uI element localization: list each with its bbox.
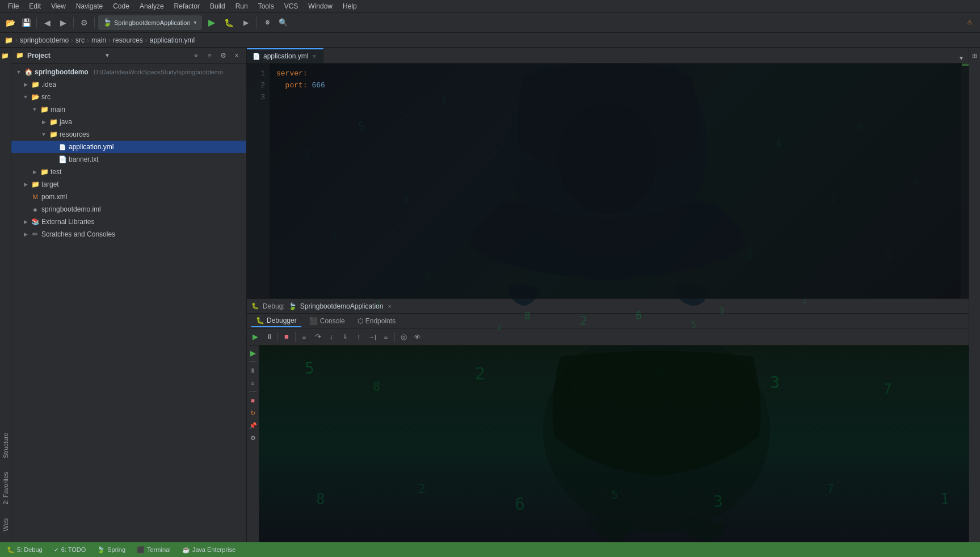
run-config-selector[interactable]: 🍃 SpringbootdemoApplication ▼ <box>98 15 202 30</box>
tree-item-java[interactable]: ▶ 📁 java <box>11 116 246 128</box>
sidebar-web-label[interactable]: Web <box>1 514 10 535</box>
menu-build[interactable]: Build <box>205 1 230 11</box>
search-everywhere-button[interactable]: 🔍 <box>276 16 290 29</box>
back-button[interactable]: ◀ <box>40 16 54 29</box>
forward-button[interactable]: ▶ <box>56 16 70 29</box>
debug-force-step-into-btn[interactable]: ⇓ <box>339 331 351 343</box>
menu-view[interactable]: View <box>47 1 70 11</box>
breadcrumb-src[interactable]: src <box>75 36 85 44</box>
menu-help[interactable]: Help <box>338 1 361 11</box>
right-sidebar-icon[interactable]: ⊞ <box>970 50 980 61</box>
coverage-button[interactable]: ▶ <box>238 15 253 30</box>
tree-item-ext-libs[interactable]: ▶ 📚 External Libraries <box>11 216 246 228</box>
sidebar-favorites-label[interactable]: 2: Favorites <box>1 467 10 509</box>
save-button[interactable]: 💾 <box>19 16 33 29</box>
menu-navigate[interactable]: Navigate <box>71 1 107 11</box>
tree-item-test[interactable]: ▶ 📁 test <box>11 166 246 178</box>
breadcrumb-sep-5: › <box>145 36 148 44</box>
sidebar-structure-label[interactable]: Structure <box>1 428 10 463</box>
menu-run[interactable]: Run <box>231 1 253 11</box>
debug-tab-debugger[interactable]: 🐛 Debugger <box>251 315 301 327</box>
menu-refactor[interactable]: Refactor <box>170 1 204 11</box>
tree-item-iml[interactable]: ▶ ◈ springbootdemo.iml <box>11 203 246 216</box>
tree-item-pom-xml[interactable]: ▶ M pom.xml <box>11 191 246 203</box>
tree-item-resources[interactable]: ▼ 📁 resources <box>11 128 246 141</box>
debug-side-rerun-btn[interactable]: ↻ <box>248 408 258 418</box>
tree-item-application-yml[interactable]: ▶ 📄 application.yml <box>11 141 246 153</box>
debug-side-pause-btn[interactable]: ⏸ <box>248 365 258 375</box>
debug-step-into-btn[interactable]: ↓ <box>325 331 338 343</box>
editor-recent-files[interactable]: ▼ <box>956 53 966 63</box>
tree-item-main[interactable]: ▼ 📁 main <box>11 103 246 116</box>
debug-side-pin-btn[interactable]: 📌 <box>248 420 258 431</box>
debug-side-resume-btn[interactable]: ▶ <box>248 348 258 358</box>
debug-run-to-cursor-btn[interactable]: →| <box>366 331 378 343</box>
menu-bar: File Edit View Navigate Code Analyze Ref… <box>0 0 980 12</box>
debug-session-header: 🐛 Debug: 🍃 SpringbootdemoApplication × <box>247 299 969 314</box>
code-editor-container: 1 2 3 server: port: 666 <box>247 64 969 298</box>
left-sidebar: 📁 Structure 2: Favorites Web <box>0 48 11 542</box>
menu-window[interactable]: Window <box>304 1 337 11</box>
tree-item-src[interactable]: ▼ 📂 src <box>11 91 246 103</box>
tree-item-scratches[interactable]: ▶ ✏ Scratches and Consoles <box>11 228 246 240</box>
debug-side-stop-btn[interactable]: ■ <box>248 395 258 406</box>
debug-frames-btn[interactable]: ≡ <box>298 331 310 343</box>
tree-item-banner-txt[interactable]: ▶ 📄 banner.txt <box>11 153 246 166</box>
status-terminal-icon: ⬛ <box>137 546 145 554</box>
notifications-button[interactable]: ⚠ <box>963 16 977 29</box>
gutter-indicator <box>962 64 969 66</box>
debug-side-settings-btn[interactable]: ⚙ <box>248 433 258 443</box>
status-todo[interactable]: ✓ 6: TODO <box>52 546 89 554</box>
debug-tab-endpoints[interactable]: ⬡ Endpoints <box>353 315 400 327</box>
debug-side-frames-btn[interactable]: ≡ <box>248 378 258 388</box>
project-scroll-to-source[interactable]: ⌖ <box>191 50 201 61</box>
tree-iml-icon: ◈ <box>31 205 40 214</box>
status-spring[interactable]: 🍃 Spring <box>95 546 128 554</box>
debug-step-over-btn[interactable]: ↷ <box>312 331 324 343</box>
menu-vcs[interactable]: VCS <box>280 1 303 11</box>
project-close[interactable]: × <box>232 50 242 61</box>
debug-resume-btn[interactable]: ▶ <box>249 331 262 343</box>
breadcrumb-project[interactable]: 📁 <box>5 36 13 44</box>
status-terminal[interactable]: ⬛ Terminal <box>134 546 173 554</box>
status-java-enterprise[interactable]: ☕ Java Enterprise <box>180 546 238 554</box>
status-debug[interactable]: 🐛 5: Debug <box>5 546 45 554</box>
menu-edit[interactable]: Edit <box>24 1 45 11</box>
code-content[interactable]: server: port: 666 <box>270 64 961 298</box>
debug-tab-console[interactable]: ⬛ Console <box>305 315 350 327</box>
debug-header: 🐛 Debugger ⬛ Console ⬡ Endpoints <box>247 314 969 328</box>
menu-analyze[interactable]: Analyze <box>135 1 169 11</box>
debug-session-icon: 🐛 <box>251 302 259 310</box>
breadcrumb-main[interactable]: main <box>91 36 106 44</box>
breadcrumb-springbootdemo[interactable]: springbootdemo <box>20 36 69 44</box>
project-collapse-all[interactable]: ≡ <box>204 50 214 61</box>
tree-root-icon: 🏠 <box>24 67 33 77</box>
debug-watches-btn[interactable]: 👁 <box>411 331 423 343</box>
debug-evaluate-btn[interactable]: ≡ <box>380 331 392 343</box>
sidebar-project-icon[interactable]: 📁 <box>1 50 11 60</box>
menu-tools[interactable]: Tools <box>254 1 279 11</box>
editor-tab-close[interactable]: × <box>311 53 317 60</box>
menu-code[interactable]: Code <box>108 1 134 11</box>
tree-root-path: D:\Data\IdeaWorkSpaceStudy\springbootdem… <box>94 69 223 75</box>
breadcrumb-resources[interactable]: resources <box>113 36 143 44</box>
debug-pause-btn[interactable]: ⏸ <box>263 331 275 343</box>
tree-root-springbootdemo[interactable]: ▼ 🏠 springbootdemo D:\Data\IdeaWorkSpace… <box>11 66 246 78</box>
project-settings[interactable]: ⚙ <box>218 50 228 61</box>
open-file-button[interactable]: 📂 <box>3 16 17 29</box>
debug-session-close[interactable]: × <box>386 303 392 310</box>
sdk-button[interactable]: ⚙ <box>260 16 274 29</box>
menu-file[interactable]: File <box>3 1 23 11</box>
tree-item-idea[interactable]: ▶ 📁 .idea <box>11 78 246 91</box>
settings-button[interactable]: ⚙ <box>77 16 91 29</box>
tree-java-label: java <box>60 118 72 126</box>
debug-stop-btn[interactable]: ■ <box>280 331 293 343</box>
debug-variables-btn[interactable]: ◎ <box>397 331 410 343</box>
tree-target-arrow: ▶ <box>22 181 29 188</box>
breadcrumb-file[interactable]: application.yml <box>150 36 195 44</box>
debug-button[interactable]: 🐛 <box>221 15 236 30</box>
run-button[interactable]: ▶ <box>204 15 219 30</box>
debug-step-out-btn[interactable]: ↑ <box>352 331 365 343</box>
editor-tab-application-yml[interactable]: 📄 application.yml × <box>247 48 323 63</box>
tree-item-target[interactable]: ▶ 📁 target <box>11 178 246 191</box>
